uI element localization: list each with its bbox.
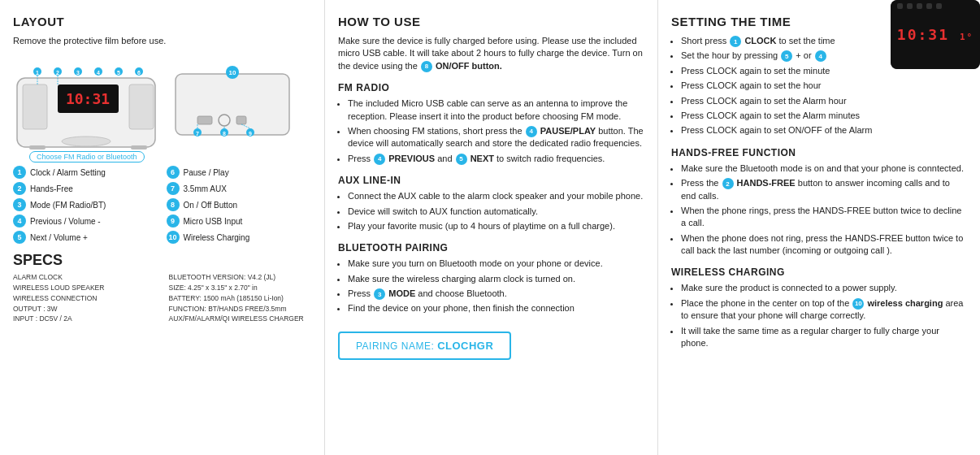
svg-point-21	[62, 136, 111, 146]
hands-bullet-1: Make sure the Bluetooth mode is on and t…	[681, 162, 967, 175]
setting-bullet-7: Press CLOCK again to set ON/OFF of the A…	[681, 124, 967, 136]
legend-item-6: 6 Pause / Play	[167, 166, 312, 179]
aux-bullet-1: Connect the AUX cable to the alarm clock…	[348, 190, 644, 202]
legend-label-9: Micro USB Input	[184, 217, 243, 226]
badge-1: 1	[13, 166, 26, 179]
legend-item-3: 3 Mode (FM Radio/BT)	[13, 198, 158, 211]
badge-5: 5	[13, 231, 26, 244]
legend-item-7: 7 3.5mm AUX	[167, 182, 312, 195]
fm-bullet-1: The included Micro USB cable can serve a…	[348, 98, 644, 123]
bt-bullet-1: Make sure you turn on Bluetooth mode on …	[348, 258, 644, 270]
left-panel: LAYOUT Remove the protective film before…	[0, 0, 325, 455]
device-illustration: 10:31 1 2 3 4 5 6	[13, 54, 311, 161]
hands-list: Make sure the Bluetooth mode is on and t…	[671, 162, 967, 258]
hands-bullet-2: Press the 2 HANDS-FREE button to answer …	[681, 177, 967, 202]
aux-bullet-3: Play your favorite music (up to 4 hours …	[348, 220, 644, 232]
wireless-bullet-2: Place the phone in the center on top of …	[681, 297, 967, 323]
svg-text:8: 8	[223, 131, 226, 136]
clock-btn-dot	[897, 3, 903, 9]
svg-rect-23	[197, 116, 212, 124]
clock-btn-dot	[926, 3, 932, 9]
prev-badge: 4	[374, 154, 385, 165]
svg-text:2: 2	[56, 70, 59, 76]
badge-4: 4	[13, 214, 26, 228]
badge-4-setting: 4	[815, 50, 826, 62]
bt-title: BLUETOOTH PAIRING	[338, 242, 644, 254]
pairing-name-box: PAIRING NAME: CLOCHGR	[338, 320, 644, 360]
legend-item-9: 9 Micro USB Input	[167, 214, 312, 228]
intro-text: Make sure the device is fully charged be…	[338, 35, 644, 72]
legend-item-4: 4 Previous / Volume -	[13, 214, 158, 228]
fm-bullet-3: Press 4 PREVIOUS and 5 NEXT to switch ra…	[348, 153, 644, 165]
right-header: SETTING THE TIME 10:31 1°	[671, 15, 967, 35]
spec-item: INPUT : DC5V / 2A	[13, 314, 156, 324]
pause-play-badge: 4	[526, 126, 537, 137]
badge-8: 8	[167, 198, 180, 211]
specs-col-left: ALARM CLOCK WIRELESS LOUD SPEAKER WIRELE…	[13, 272, 156, 324]
clock-btn-dot	[936, 3, 942, 9]
spec-item: BATTERY: 1500 mAh (185150 Li-Ion)	[169, 293, 312, 304]
legend-item-10: 10 Wireless Charging	[167, 231, 312, 244]
svg-rect-4	[129, 84, 154, 129]
spec-item: WIRELESS CONNECTION	[13, 293, 156, 304]
pairing-name: CLOCHGR	[437, 340, 493, 352]
svg-text:10: 10	[229, 69, 236, 76]
badge-7: 7	[167, 182, 180, 195]
clock-badge-1: 1	[730, 36, 741, 47]
legend-label-4: Previous / Volume -	[30, 217, 101, 226]
device-back: 10 7 8 9	[171, 58, 293, 149]
spec-item: ALARM CLOCK	[13, 272, 156, 283]
legend-item-8: 8 On / Off Button	[167, 198, 312, 211]
svg-text:6: 6	[137, 70, 141, 76]
fm-radio-list: The included Micro USB cable can serve a…	[338, 98, 644, 165]
legend-label-5: Next / Volume +	[30, 233, 88, 242]
wireless-list: Make sure the product is connected to a …	[671, 282, 967, 349]
legend-item-2: 2 Hands-Free	[13, 182, 158, 195]
svg-rect-1	[23, 84, 47, 129]
svg-text:9: 9	[249, 131, 252, 136]
how-to-use-title: HOW TO USE	[338, 15, 644, 28]
setting-bullet-5: Press CLOCK again to set the Alarm hour	[681, 95, 967, 107]
front-device-svg: 10:31 1 2 3 4 5 6	[13, 54, 163, 159]
clock-top-buttons	[897, 3, 942, 9]
badge-10: 10	[167, 231, 180, 244]
layout-subtitle: Remove the protective film before use.	[13, 35, 311, 47]
legend-label-7: 3.5mm AUX	[184, 184, 227, 193]
spec-item: OUTPUT : 3W	[13, 304, 156, 314]
fm-bullet-1-text: The included Micro USB cable can serve a…	[348, 98, 627, 120]
device-front: 10:31 1 2 3 4 5 6	[13, 54, 163, 161]
wireless-badge: 10	[852, 298, 864, 310]
setting-title: SETTING THE TIME	[671, 15, 791, 28]
pairing-box: PAIRING NAME: CLOCHGR	[338, 332, 511, 360]
svg-text:10:31: 10:31	[66, 90, 110, 107]
badge-2: 2	[13, 182, 26, 195]
spec-item: AUX/FM/ALARM/QI WIRELESS CHARGER	[169, 314, 312, 324]
legend-label-10: Wireless Charging	[184, 233, 250, 242]
aux-list: Connect the AUX cable to the alarm clock…	[338, 190, 644, 232]
svg-rect-22	[176, 74, 289, 135]
svg-text:4: 4	[97, 70, 100, 76]
mode-badge: 3	[374, 288, 385, 300]
pairing-prefix: PAIRING NAME:	[356, 340, 434, 352]
hands-bullet-3: When the phone rings, press the HANDS-FR…	[681, 205, 967, 230]
badge-5-setting: 5	[781, 50, 792, 62]
wireless-title: WIRELESS CHARGING	[671, 266, 967, 278]
legend-label-8: On / Off Button	[184, 201, 238, 210]
bt-bullet-2: Make sure the wireless charging alarm cl…	[348, 273, 644, 285]
spec-item: WIRELESS LOUD SPEAKER	[13, 283, 156, 293]
bt-bullet-4: Find the device on your phone, then fini…	[348, 302, 644, 314]
svg-text:1: 1	[36, 70, 39, 76]
clock-image: 10:31 1°	[891, 0, 980, 69]
legend-label-6: Pause / Play	[184, 168, 229, 177]
legend-label-2: Hands-Free	[30, 184, 73, 193]
hands-free-badge: 2	[722, 178, 734, 189]
fm-button-label: Choose FM Radio or Bluetooth	[29, 151, 145, 162]
specs-grid: ALARM CLOCK WIRELESS LOUD SPEAKER WIRELE…	[13, 272, 311, 324]
clock-btn-dot	[917, 3, 922, 9]
hands-title: HANDS-FREE FUNCTION	[671, 147, 967, 158]
fm-bullet-2: When choosing FM stations, short press t…	[348, 125, 644, 150]
badge-6: 6	[167, 166, 180, 179]
specs-title: SPECS	[13, 252, 311, 269]
setting-bullet-4: Press CLOCK again to set the hour	[681, 80, 967, 92]
legend-grid: 1 Clock / Alarm Setting 6 Pause / Play 2…	[13, 166, 311, 244]
